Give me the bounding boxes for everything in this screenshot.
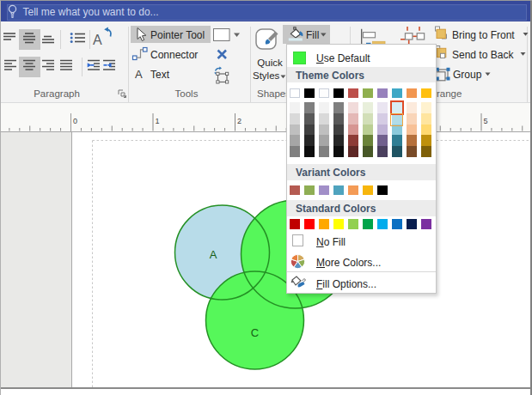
svg-text:C: C — [251, 326, 259, 339]
svg-text:0: 0 — [73, 117, 77, 125]
svg-text:A: A — [210, 248, 217, 261]
svg-text:1: 1 — [156, 117, 160, 125]
svg-text:5: 5 — [484, 117, 488, 125]
svg-text:A: A — [93, 33, 102, 47]
svg-text:2: 2 — [237, 117, 242, 125]
svg-text:A: A — [135, 68, 143, 81]
